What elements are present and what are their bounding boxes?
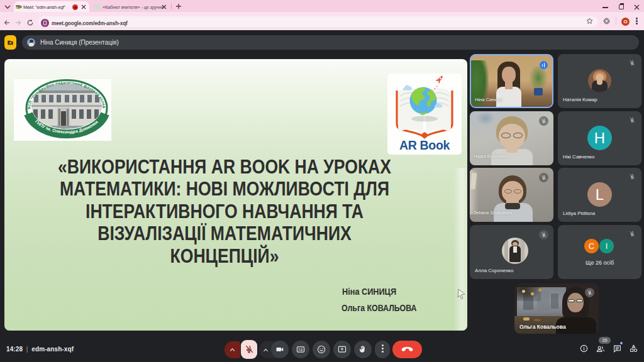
svg-text:AR Book: AR Book [399,138,450,152]
